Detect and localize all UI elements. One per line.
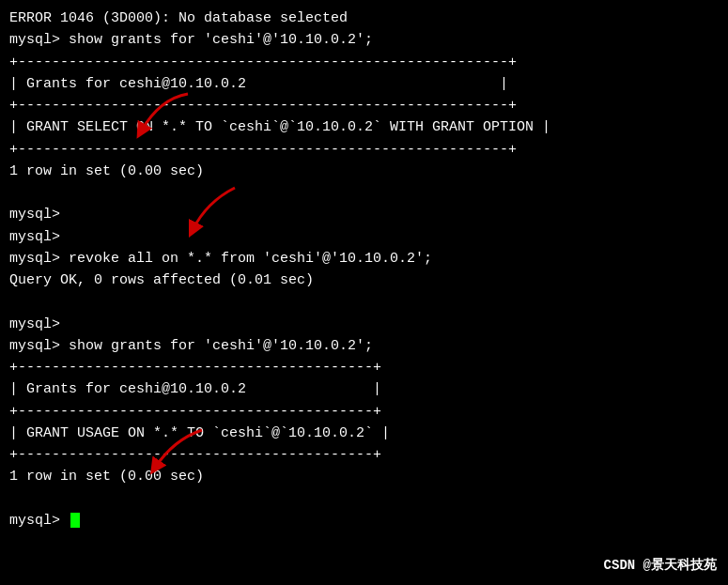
arrow-2 xyxy=(178,183,244,249)
line-blank-1 xyxy=(9,182,719,204)
line-grants-header-1: | Grants for ceshi@10.10.0.2 | xyxy=(9,73,719,95)
terminal-window: ERROR 1046 (3D000): No database selected… xyxy=(0,0,728,585)
line-show-grants-1: mysql> show grants for 'ceshi'@'10.10.0.… xyxy=(9,29,719,51)
line-revoke: mysql> revoke all on *.* from 'ceshi'@'1… xyxy=(9,248,719,269)
line-grants-header-2: | Grants for ceshi@10.10.0.2 | xyxy=(9,378,719,400)
line-prompt-3: mysql> xyxy=(9,314,719,335)
line-error: ERROR 1046 (3D000): No database selected xyxy=(9,8,719,29)
terminal-cursor xyxy=(70,513,80,528)
line-blank-2 xyxy=(9,291,719,313)
line-prompt-2: mysql> xyxy=(9,226,719,248)
line-sep-6: +---------------------------------------… xyxy=(9,444,719,466)
line-prompt-final: mysql> xyxy=(9,510,719,531)
arrow-1 xyxy=(122,89,197,150)
line-row-2: 1 row in set (0.00 sec) xyxy=(9,466,719,487)
line-blank-3 xyxy=(9,488,719,510)
line-sep-3: +---------------------------------------… xyxy=(9,139,719,161)
line-sep-5: +---------------------------------------… xyxy=(9,401,719,423)
line-query-ok: Query OK, 0 rows affected (0.01 sec) xyxy=(9,269,719,291)
line-row-1: 1 row in set (0.00 sec) xyxy=(9,161,719,182)
arrow-3 xyxy=(136,425,211,482)
line-sep-2: +---------------------------------------… xyxy=(9,95,719,116)
line-show-grants-2: mysql> show grants for 'ceshi'@'10.10.0.… xyxy=(9,335,719,357)
line-prompt-1: mysql> xyxy=(9,204,719,225)
line-grant-usage: | GRANT USAGE ON *.* TO `ceshi`@`10.10.0… xyxy=(9,423,719,444)
line-grant-select: | GRANT SELECT ON *.* TO `ceshi`@`10.10.… xyxy=(9,116,719,138)
watermark: CSDN @景天科技苑 xyxy=(604,557,717,574)
line-sep-1: +---------------------------------------… xyxy=(9,52,719,73)
line-sep-4: +---------------------------------------… xyxy=(9,357,719,378)
